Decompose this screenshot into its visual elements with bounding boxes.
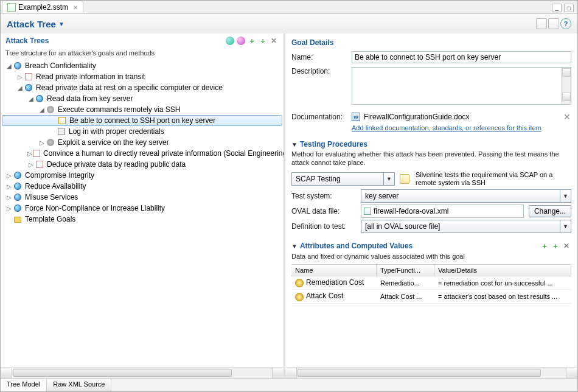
tab-raw-xml[interactable]: Raw XML Source — [47, 379, 111, 391]
attack-tree[interactable]: ◢Breach Confidentiality ▷Read private in… — [1, 60, 284, 367]
vertical-scrollbar[interactable] — [561, 68, 571, 104]
expander-icon[interactable]: ▷ — [5, 172, 13, 179]
name-input[interactable]: Be able to connect to SSH port on key se… — [352, 51, 571, 63]
expander-icon[interactable]: ▷ — [5, 194, 13, 201]
attributes-desc: Data and fixed or dynamic values associa… — [291, 252, 571, 261]
testing-title: Testing Procedures — [300, 140, 367, 149]
file-tab[interactable]: Example2.sstm ✕ — [2, 1, 83, 13]
delete-attribute-icon[interactable]: ✕ — [562, 241, 571, 251]
delete-icon[interactable]: ✕ — [269, 36, 279, 46]
scap-icon — [400, 174, 409, 184]
bottom-tab-bar: Tree Model Raw XML Source — [1, 378, 577, 391]
gear-icon — [295, 293, 304, 301]
tree-node[interactable]: Force Non-Compliance or Increase Liabili… — [24, 204, 166, 212]
tree-node-selected[interactable]: Be able to connect to SSH port on key se… — [68, 116, 217, 125]
add-attribute-icon[interactable]: ＋ — [540, 241, 549, 251]
chevron-down-icon[interactable]: ▼ — [560, 220, 571, 233]
add-documentation-link[interactable]: Add linked documentation, standards, or … — [352, 124, 541, 131]
goal-icon — [25, 84, 32, 91]
tree-node[interactable]: Convince a human to directly reveal priv… — [42, 149, 284, 158]
chevron-down-icon[interactable]: ▼ — [291, 243, 298, 250]
doc-icon — [33, 150, 40, 157]
goal-details-panel: Goal Details Name: Be able to connect to… — [285, 33, 577, 378]
xml-file-icon — [364, 208, 371, 215]
testing-desc: Method for evaluating whether this attac… — [291, 150, 571, 167]
definition-combo[interactable]: [all in OVAL source file]▼ — [361, 220, 571, 233]
definition-label: Definition to test: — [291, 222, 358, 231]
globe-icon[interactable] — [225, 36, 235, 46]
col-type[interactable]: Type/Functi... — [377, 265, 434, 276]
expander-icon[interactable]: ▷ — [27, 150, 32, 157]
tree-node[interactable]: Exploit a service on the key server — [57, 138, 170, 147]
add-icon[interactable]: ＋ — [247, 36, 257, 46]
maximize-button[interactable]: ▢ — [564, 4, 574, 12]
expander-icon[interactable]: ◢ — [5, 63, 13, 69]
tab-tree-model[interactable]: Tree Model — [1, 379, 47, 391]
tree-node[interactable]: Compromise Integrity — [24, 171, 96, 180]
view-icon-1[interactable] — [536, 18, 547, 29]
goal-details-title: Goal Details — [291, 38, 333, 47]
tree-node[interactable]: Read private information in transit — [35, 72, 146, 81]
chevron-down-icon[interactable]: ▼ — [291, 141, 298, 148]
remove-doc-icon[interactable]: ✕ — [563, 113, 571, 121]
change-button[interactable]: Change... — [529, 205, 571, 217]
table-row[interactable]: Attack Cost Attack Cost ... = attacker's… — [291, 290, 571, 303]
credentials-icon — [58, 128, 65, 135]
tree-node[interactable]: Read data from key server — [46, 94, 134, 103]
expander-icon[interactable]: ◢ — [27, 96, 35, 102]
expander-icon[interactable]: ▷ — [38, 139, 46, 146]
folder-icon — [14, 217, 21, 223]
chevron-down-icon[interactable]: ▼ — [383, 173, 394, 185]
tree-node[interactable]: Misuse Services — [24, 193, 79, 201]
expander-icon[interactable]: ◢ — [38, 107, 46, 113]
test-method-combo[interactable]: SCAP Testing▼ — [291, 172, 395, 186]
horizontal-scrollbar[interactable] — [1, 367, 284, 378]
attack-trees-title: Attack Trees — [5, 37, 49, 45]
tree-node[interactable]: Reduce Availability — [24, 182, 88, 191]
expander-icon[interactable]: ◢ — [16, 85, 24, 91]
tree-node[interactable]: Deduce private data by reading public da… — [46, 160, 187, 169]
page-title: Attack Tree — [7, 19, 56, 29]
close-icon[interactable]: ✕ — [73, 4, 78, 11]
test-system-combo[interactable]: key server▼ — [361, 189, 571, 203]
attack-trees-panel: Attack Trees ＋ ＋ ✕ Tree structure for an… — [1, 33, 285, 378]
goal-icon — [14, 172, 21, 179]
minimize-button[interactable]: ▁ — [552, 4, 562, 12]
goal-icon — [36, 95, 43, 102]
tree-node[interactable]: Breach Confidentiality — [24, 61, 97, 70]
add-attribute-overlay-icon[interactable]: ＋ — [551, 241, 560, 251]
page-header: Attack Tree ▼ ? — [1, 14, 577, 33]
table-row[interactable]: Remediation Cost Remediatio... = remedia… — [291, 276, 571, 290]
tree-node[interactable]: Log in with proper credentials — [68, 127, 165, 136]
chevron-down-icon[interactable]: ▼ — [560, 190, 571, 202]
expander-icon[interactable]: ▷ — [5, 205, 13, 212]
col-value[interactable]: Value/Details — [434, 265, 571, 276]
tree-node[interactable]: Execute commands remotely via SSH — [57, 105, 181, 114]
test-method-desc: Silverline tests the requirement via SCA… — [416, 171, 571, 188]
doc-icon — [36, 161, 43, 168]
oval-file-input[interactable]: firewall-fedora-oval.xml — [361, 205, 524, 218]
horizontal-scrollbar[interactable] — [285, 367, 577, 378]
file-tab-label: Example2.sstm — [18, 3, 68, 12]
doc-icon — [25, 73, 32, 80]
add-overlay-icon[interactable]: ＋ — [258, 36, 268, 46]
description-label: Description: — [291, 67, 349, 75]
expander-icon[interactable]: ▷ — [16, 74, 24, 80]
col-name[interactable]: Name — [291, 265, 377, 276]
help-icon[interactable]: ? — [560, 18, 571, 29]
name-label: Name: — [291, 53, 349, 61]
documentation-label: Documentation: — [291, 113, 349, 121]
view-icon-2[interactable] — [548, 18, 559, 29]
expander-icon[interactable]: ▷ — [5, 183, 13, 190]
globe-alt-icon[interactable] — [236, 36, 246, 46]
goal-icon — [14, 62, 21, 69]
description-input[interactable] — [352, 67, 571, 105]
tree-node[interactable]: Template Goals — [24, 215, 77, 223]
chevron-down-icon[interactable]: ▼ — [58, 21, 64, 27]
documentation-file[interactable]: FirewallConfigurationGuide.docx — [364, 113, 469, 121]
attributes-title: Attributes and Computed Values — [300, 242, 413, 250]
tree-node[interactable]: Read private data at rest on a specific … — [35, 83, 224, 92]
expander-icon[interactable]: ▷ — [27, 161, 35, 168]
word-doc-icon: W — [352, 113, 360, 121]
editor-tab-bar: Example2.sstm ✕ ▁ ▢ — [1, 1, 577, 14]
